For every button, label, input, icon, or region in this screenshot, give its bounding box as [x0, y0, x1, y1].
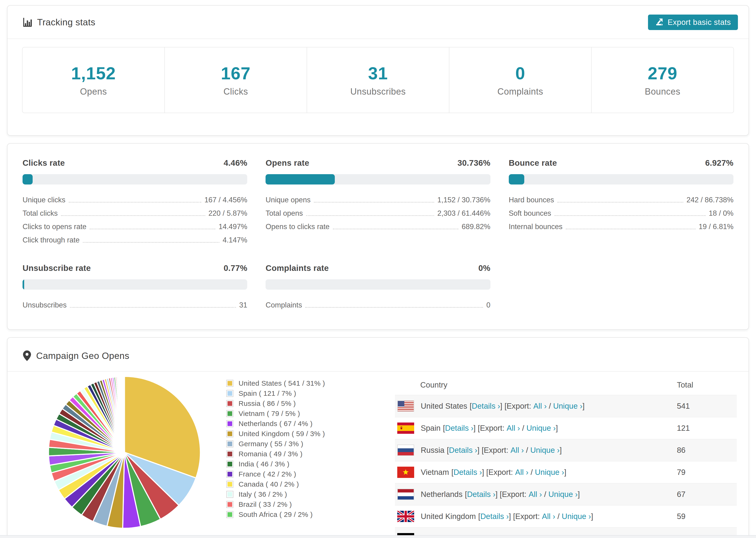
details-link[interactable]: Details ›	[449, 446, 477, 455]
dotted-leader	[566, 229, 695, 229]
page-title-text: Tracking stats	[37, 17, 95, 27]
legend-label: Russia ( 86 / 5% )	[239, 400, 296, 407]
geo-card: Campaign Geo Opens United States ( 541 /…	[7, 337, 749, 538]
country-cell: Vietnam[Details ›] [Export: All › / Uniq…	[395, 467, 677, 478]
dotted-leader	[333, 229, 459, 229]
country-total: 67	[677, 483, 737, 506]
rate-percent: 4.46%	[224, 158, 247, 168]
stat-value: 18 / 0%	[709, 210, 733, 217]
legend-label: Spain ( 121 / 7% )	[239, 389, 296, 398]
export-unique-link[interactable]: Unique ›	[549, 490, 578, 499]
export-unique-link[interactable]: Unique ›	[535, 468, 564, 477]
export-prefix: Export:	[480, 424, 505, 433]
legend-swatch-icon	[226, 491, 233, 498]
legend-item: Brazil ( 33 / 2% )	[226, 499, 358, 510]
flag-gb-icon	[397, 511, 414, 522]
export-unique-link[interactable]: Unique ›	[553, 402, 582, 410]
tracking-stats-header: Tracking stats Export basic stats	[8, 6, 748, 39]
export-prefix: Export:	[484, 446, 509, 455]
stat-value: 14.497%	[219, 223, 247, 231]
stat-value: 689.82%	[461, 223, 490, 231]
legend-swatch-icon	[226, 380, 233, 387]
legend-label: Brazil ( 33 / 2% )	[239, 501, 292, 509]
rate-title: Bounce rate	[509, 158, 557, 168]
stat-value: 242 / 86.738%	[686, 196, 733, 204]
bottom-strip	[0, 535, 756, 538]
legend-swatch-icon	[226, 471, 233, 478]
stat-value: 19 / 6.81%	[699, 223, 733, 231]
page: Tracking stats Export basic stats 1,152O…	[0, 5, 756, 538]
rate-rows: Unique clicks167 / 4.456%Total clicks220…	[23, 190, 247, 244]
country-total: 121	[677, 417, 737, 439]
export-unique-link[interactable]: Unique ›	[526, 424, 556, 433]
country-total: 79	[677, 461, 737, 483]
export-prefix: Export:	[502, 490, 527, 499]
legend-label: India ( 46 / 3% )	[239, 460, 290, 468]
details-link[interactable]: Details ›	[454, 468, 482, 477]
legend-item: Vietnam ( 79 / 5% )	[226, 408, 358, 418]
progress-track	[23, 174, 247, 185]
summary-box-opens: 1,152Opens	[23, 47, 165, 113]
stat-value: 220 / 5.87%	[208, 210, 247, 217]
legend-swatch-icon	[226, 481, 233, 488]
export-prefix: Export:	[488, 468, 513, 477]
geo-title: Campaign Geo Opens	[22, 350, 129, 362]
rate-title: Unsubscribe rate	[23, 263, 91, 273]
dotted-leader	[555, 215, 706, 216]
stat-row: Clicks to opens rate14.497%	[23, 217, 247, 231]
progress-fill	[509, 174, 524, 185]
rate-head: Complaints rate0%	[266, 263, 490, 273]
legend-item: France ( 42 / 2% )	[226, 469, 358, 479]
export-all-link[interactable]: All ›	[533, 402, 547, 410]
rate-block-bounce-rate: Bounce rate6.927%Hard bounces242 / 86.73…	[509, 158, 733, 244]
rate-rows: Complaints0	[266, 296, 490, 309]
table-row-us: United States[Details ›] [Export: All › …	[395, 395, 737, 417]
details-link[interactable]: Details ›	[445, 424, 473, 433]
export-all-link[interactable]: All ›	[542, 512, 555, 521]
export-all-link[interactable]: All ›	[507, 424, 520, 433]
legend-swatch-icon	[226, 430, 233, 437]
stat-value: 1,152 / 30.736%	[437, 196, 490, 204]
dotted-leader	[69, 202, 201, 202]
export-prefix: Export:	[507, 402, 531, 410]
export-unique-link[interactable]: Unique ›	[530, 446, 560, 455]
legend-label: United States ( 541 / 31% )	[239, 379, 325, 387]
export-all-link[interactable]: All ›	[511, 446, 524, 455]
export-unique-link[interactable]: Unique ›	[562, 512, 591, 521]
legend-swatch-icon	[226, 511, 233, 518]
progress-track	[266, 279, 490, 290]
rate-head: Opens rate30.736%	[266, 158, 490, 168]
export-all-link[interactable]: All ›	[515, 468, 528, 477]
legend-swatch-icon	[226, 451, 233, 457]
legend-swatch-icon	[226, 400, 233, 407]
legend-label: Romania ( 49 / 3% )	[239, 450, 302, 458]
summary-label: Bounces	[645, 86, 680, 97]
export-basic-stats-button[interactable]: Export basic stats	[648, 15, 738, 30]
stat-row: Total opens2,303 / 61.446%	[266, 204, 490, 217]
stat-value: 4.147%	[223, 237, 247, 244]
summary-boxes: 1,152Opens167Clicks31Unsubscribes0Compla…	[22, 47, 734, 113]
stat-row: Unique clicks167 / 4.456%	[23, 190, 247, 204]
export-all-link[interactable]: All ›	[528, 490, 542, 499]
country-cell: Russia[Details ›] [Export: All › / Uniqu…	[395, 445, 677, 456]
legend-label: Germany ( 55 / 3% )	[239, 440, 303, 448]
dotted-leader	[557, 202, 683, 202]
summary-value: 1,152	[71, 63, 116, 83]
country-cell: United Kingdom[Details ›] [Export: All ›…	[395, 511, 677, 522]
summary-value: 31	[368, 63, 388, 83]
stat-value: 2,303 / 61.446%	[437, 210, 490, 217]
country-name: Vietnam	[421, 468, 449, 477]
column-header-country: Country	[395, 375, 677, 395]
stat-label: Internal bounces	[509, 223, 563, 231]
details-link[interactable]: Details ›	[472, 402, 500, 410]
details-link[interactable]: Details ›	[480, 512, 509, 521]
geo-table: Country Total United States[Details ›] […	[395, 375, 737, 538]
legend-item: United States ( 541 / 31% )	[226, 378, 358, 388]
stat-value: 0	[486, 301, 490, 309]
legend-item: Netherlands ( 67 / 4% )	[226, 418, 358, 429]
stat-label: Complaints	[266, 301, 302, 309]
details-link[interactable]: Details ›	[467, 490, 495, 499]
stat-row: Unique opens1,152 / 30.736%	[266, 190, 490, 204]
stat-label: Clicks to opens rate	[23, 223, 86, 231]
table-row-es: Spain[Details ›] [Export: All › / Unique…	[395, 417, 737, 439]
